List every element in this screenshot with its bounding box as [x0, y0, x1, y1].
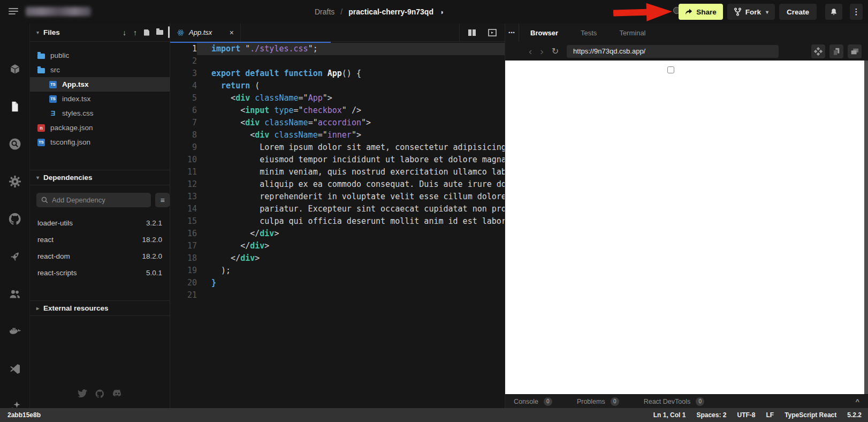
editor-tab-bar: App.tsx ×	[170, 24, 505, 42]
code-line[interactable]: 7 <div className="accordion">	[170, 117, 505, 129]
back-icon[interactable]: ‹	[529, 46, 532, 56]
duplicate-preview-button[interactable]	[848, 44, 862, 58]
code-line[interactable]: 1import "./styles.css";	[170, 43, 505, 55]
menu-icon[interactable]	[9, 8, 18, 14]
code-line[interactable]: 3export default function App() {	[170, 67, 505, 80]
code-line[interactable]: 6 <input type="checkbox" />	[170, 104, 505, 117]
fork-button[interactable]: Fork ▾	[727, 4, 775, 20]
share-button[interactable]: Share	[679, 4, 723, 20]
rocket-icon[interactable]	[8, 250, 22, 263]
upload-icon[interactable]: ↑	[133, 28, 137, 37]
chevron-down-icon[interactable]: ▾	[36, 175, 39, 180]
dependency-row-react[interactable]: react18.2.0	[30, 231, 170, 248]
code-line[interactable]: 2	[170, 55, 505, 67]
search-icon[interactable]	[8, 137, 22, 151]
code-line[interactable]: 5 <div className="App">	[170, 92, 505, 104]
files-panel-header[interactable]: ▾ Files ↓ ↑	[30, 24, 170, 42]
create-button[interactable]: Create	[779, 4, 817, 20]
vscode-icon[interactable]	[8, 362, 22, 376]
twitter-icon[interactable]	[78, 389, 87, 397]
devtools-tab-problems[interactable]: Problems0	[577, 397, 619, 406]
preview-tab-browser[interactable]: Browser	[519, 24, 569, 42]
forward-icon[interactable]: ›	[540, 46, 543, 56]
open-in-new-window-button[interactable]	[829, 44, 843, 58]
notifications-button[interactable]	[825, 4, 842, 20]
files-scrollbar-thumb[interactable]	[168, 26, 170, 38]
line-content: </div>	[197, 228, 505, 240]
expand-console-icon[interactable]: ^	[855, 397, 859, 405]
code-line[interactable]: 20}	[170, 277, 505, 289]
code-line[interactable]: 11 minim veniam, quis nostrud exercitati…	[170, 166, 505, 178]
browser-pane: ••• BrowserTestsTerminal ‹ › ↻	[505, 24, 868, 408]
line-number: 19	[170, 265, 197, 277]
line-content: }	[197, 277, 505, 289]
dependency-row-loader-utils[interactable]: loader-utils3.2.1	[30, 215, 170, 231]
github-icon[interactable]	[8, 212, 22, 226]
dependency-list-button[interactable]: ≡	[155, 193, 170, 207]
package-icon[interactable]	[8, 62, 22, 76]
devtools-tab-console[interactable]: Console0	[514, 397, 552, 406]
more-options-button[interactable]: ⋮	[850, 4, 863, 20]
add-dependency-search[interactable]	[36, 193, 151, 207]
devtools-tab-label: Console	[514, 398, 538, 405]
devtools-tab-react-devtools[interactable]: React DevTools0	[644, 397, 705, 406]
preview-tab-tests[interactable]: Tests	[569, 24, 608, 42]
file-tree-item-tsconfig.json[interactable]: TStsconfig.json	[30, 135, 170, 149]
preview-checkbox[interactable]	[667, 66, 674, 73]
file-tree-item-public[interactable]: public	[30, 48, 170, 63]
code-line[interactable]: 8 <div className="inner">	[170, 129, 505, 141]
file-tree-item-package.json[interactable]: npackage.json	[30, 120, 170, 135]
panel-menu-icon[interactable]: •••	[505, 24, 519, 42]
new-folder-icon[interactable]	[156, 30, 163, 35]
url-input[interactable]	[567, 45, 779, 58]
close-icon[interactable]: ×	[230, 28, 234, 37]
code-line[interactable]: 17 </div>	[170, 240, 505, 252]
docker-icon[interactable]	[8, 325, 22, 338]
code-line[interactable]: 9 Lorem ipsum dolor sit amet, consectetu…	[170, 141, 505, 154]
code-line[interactable]: 4 return (	[170, 80, 505, 92]
ai-sparkles-icon[interactable]	[8, 400, 22, 408]
tab-app-tsx[interactable]: App.tsx ×	[170, 24, 241, 41]
file-tree-item-App.tsx[interactable]: TSApp.tsx	[30, 77, 170, 92]
add-dependency-input[interactable]	[52, 196, 146, 204]
code-line[interactable]: 19 );	[170, 265, 505, 277]
external-resources-header[interactable]: ▸ External resources	[30, 300, 170, 316]
discord-icon[interactable]	[112, 389, 123, 397]
split-view-icon[interactable]	[468, 29, 476, 36]
file-name: src	[50, 66, 60, 74]
responsive-preview-button[interactable]	[811, 44, 825, 58]
chevron-down-icon[interactable]: ▾	[36, 29, 39, 35]
more-vertical-icon: ⋮	[852, 7, 861, 17]
file-tree-item-styles.css[interactable]: Ǝstyles.css	[30, 106, 170, 120]
dependency-row-react-scripts[interactable]: react-scripts5.0.1	[30, 265, 170, 281]
privacy-globe-icon[interactable]: ◑	[439, 8, 444, 16]
export-download-icon[interactable]: ↓	[123, 28, 126, 37]
code-line[interactable]: 15 culpa qui officia deserunt mollit ani…	[170, 215, 505, 228]
files-icon[interactable]	[8, 100, 22, 114]
code-editor[interactable]: 1import "./styles.css";23export default …	[170, 43, 505, 408]
github-icon[interactable]	[95, 389, 104, 398]
preview-tab-terminal[interactable]: Terminal	[608, 24, 657, 42]
settings-gear-icon[interactable]	[8, 175, 22, 189]
code-line[interactable]: 14 pariatur. Excepteur sint occaecat cup…	[170, 203, 505, 215]
code-line[interactable]: 12 aliquip ex ea commodo consequat. Duis…	[170, 178, 505, 191]
team-icon[interactable]	[8, 287, 22, 301]
open-preview-icon[interactable]	[488, 29, 497, 36]
file-tree-item-index.tsx[interactable]: TSindex.tsx	[30, 92, 170, 106]
code-line[interactable]: 13 reprehenderit in voluptate velit esse…	[170, 191, 505, 203]
dependencies-header[interactable]: ▾ Dependencies	[30, 170, 170, 185]
line-number: 8	[170, 129, 197, 141]
dependency-row-react-dom[interactable]: react-dom18.2.0	[30, 248, 170, 265]
code-line[interactable]: 18 </div>	[170, 252, 505, 265]
code-line[interactable]: 16 </div>	[170, 228, 505, 240]
breadcrumb-folder[interactable]: Drafts	[315, 7, 334, 16]
browser-scrollbar[interactable]	[864, 61, 868, 394]
chevron-right-icon[interactable]: ▸	[36, 305, 39, 311]
files-panel-actions: ↓ ↑	[123, 28, 163, 37]
file-tree-item-src[interactable]: src	[30, 63, 170, 77]
sandbox-title[interactable]: practical-cherry-9n73qd	[348, 7, 433, 16]
refresh-icon[interactable]: ↻	[552, 47, 559, 56]
new-file-icon[interactable]	[144, 29, 149, 36]
code-line[interactable]: 21	[170, 289, 505, 302]
code-line[interactable]: 10 eiusmod tempor incididunt ut labore e…	[170, 154, 505, 166]
